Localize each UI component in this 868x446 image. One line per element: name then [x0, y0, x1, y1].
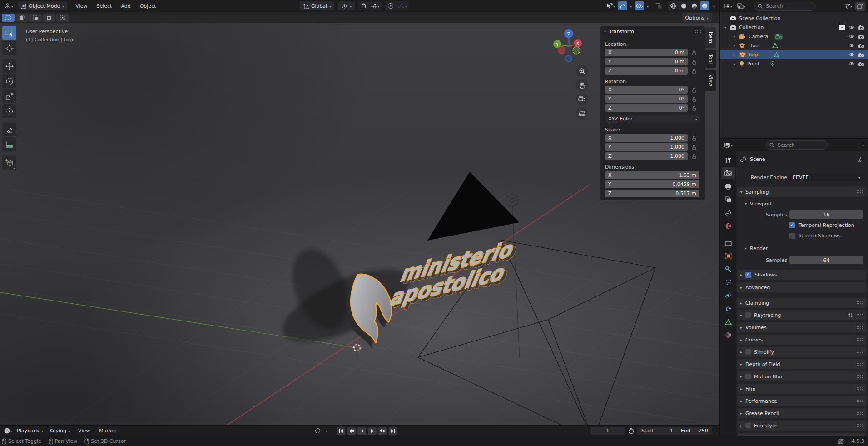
- pin-icon[interactable]: [857, 157, 863, 163]
- tool-move[interactable]: [2, 59, 16, 73]
- collection-expand-arrow[interactable]: ▾: [724, 25, 730, 30]
- tab-tool-props[interactable]: [721, 154, 735, 166]
- pan-button[interactable]: [576, 79, 588, 91]
- proportional-falloff-dropdown[interactable]: [396, 1, 408, 10]
- gizmo-x-neg[interactable]: [558, 46, 565, 54]
- tool-annotate[interactable]: [2, 122, 16, 136]
- tab-world[interactable]: [721, 220, 735, 232]
- panel-freestyle[interactable]: Freestyle: [737, 421, 866, 431]
- render-visibility-icon[interactable]: [858, 61, 864, 66]
- hide-eye-icon[interactable]: [848, 25, 855, 30]
- properties-editor-type-button[interactable]: [723, 140, 734, 150]
- tab-tool[interactable]: Tool: [705, 50, 716, 68]
- render-visibility-icon[interactable]: [858, 43, 864, 48]
- tool-cursor[interactable]: [2, 41, 16, 55]
- rotation-y-lock-icon[interactable]: [692, 96, 697, 102]
- scale-y-field[interactable]: Y1.000: [605, 143, 688, 151]
- transform-collapse-arrow[interactable]: [604, 30, 606, 34]
- mode-dropdown[interactable]: Object Mode: [17, 1, 67, 10]
- current-frame-field[interactable]: 1: [591, 427, 625, 435]
- shadows-checkbox[interactable]: [745, 272, 751, 278]
- play-button[interactable]: [368, 427, 377, 435]
- show-object-types-dropdown[interactable]: [604, 1, 616, 10]
- hide-eye-icon[interactable]: [848, 61, 855, 66]
- timeline-marker-menu[interactable]: Marker: [94, 428, 121, 434]
- timeline-view-menu[interactable]: View: [74, 428, 94, 434]
- rotation-x-lock-icon[interactable]: [692, 87, 697, 93]
- rotation-z-field[interactable]: Z0°: [605, 104, 688, 112]
- properties-search-input[interactable]: [777, 142, 824, 149]
- rotation-z-lock-icon[interactable]: [692, 105, 697, 111]
- hide-eye-icon[interactable]: [848, 43, 855, 48]
- simplify-checkbox[interactable]: [745, 349, 751, 355]
- select-mode-subtract-button[interactable]: [29, 14, 42, 22]
- outliner-row-scene-collection[interactable]: Scene Collection: [720, 14, 868, 23]
- dimensions-x-field[interactable]: X1.63 m: [605, 171, 699, 179]
- scale-x-field[interactable]: X1.000: [605, 134, 688, 142]
- subpanel-viewport[interactable]: Viewport: [742, 199, 866, 209]
- tool-rotate[interactable]: [2, 74, 16, 88]
- raytracing-presets-icon[interactable]: [848, 312, 853, 318]
- outliner-search-input[interactable]: [765, 3, 812, 10]
- outliner-row-floor[interactable]: ▸ Floor: [720, 41, 868, 50]
- camera-expand-arrow[interactable]: ▸: [734, 35, 739, 39]
- scale-z-field[interactable]: Z1.000: [605, 152, 688, 160]
- scale-x-lock-icon[interactable]: [692, 135, 697, 141]
- location-y-field[interactable]: Y0 m: [605, 58, 688, 65]
- menu-select[interactable]: Select: [92, 3, 116, 9]
- tool-add-cube[interactable]: [2, 155, 16, 170]
- tab-physics[interactable]: [721, 290, 735, 301]
- dimensions-z-field[interactable]: Z0.517 m: [605, 190, 699, 197]
- jittered-shadows-row[interactable]: Jittered Shadows: [789, 233, 840, 239]
- outliner-search[interactable]: [754, 2, 816, 11]
- gizmo-y-neg[interactable]: [573, 47, 580, 54]
- outliner-display-mode-button[interactable]: [735, 2, 747, 11]
- render-samples-field[interactable]: 64: [789, 256, 863, 264]
- editor-type-button[interactable]: [3, 1, 15, 10]
- raytracing-checkbox[interactable]: [745, 312, 751, 318]
- subpanel-render[interactable]: Render: [742, 243, 866, 253]
- gizmo-z-neg[interactable]: [565, 55, 572, 62]
- panel-depth-of-field[interactable]: Depth of Field: [737, 359, 866, 369]
- motion-blur-checkbox[interactable]: [745, 374, 751, 379]
- logo-expand-arrow[interactable]: ▸: [734, 53, 739, 57]
- tool-transform[interactable]: [2, 104, 16, 118]
- temporal-reprojection-row[interactable]: Temporal Reprojection: [789, 222, 854, 228]
- tab-object-data[interactable]: [721, 316, 735, 328]
- panel-performance[interactable]: Performance: [737, 396, 866, 406]
- properties-options-dropdown[interactable]: [861, 140, 865, 150]
- gizmos-toggle[interactable]: [618, 1, 627, 10]
- select-mode-invert-button[interactable]: [43, 14, 55, 22]
- pivot-point-dropdown[interactable]: [338, 1, 355, 10]
- location-y-lock-icon[interactable]: [692, 59, 697, 65]
- toggle-ortho-button[interactable]: [576, 107, 588, 120]
- area-divider-timeline[interactable]: [0, 425, 719, 426]
- menu-object[interactable]: Object: [135, 3, 161, 9]
- gizmos-dropdown[interactable]: [629, 1, 633, 10]
- viewport-samples-field[interactable]: 16: [789, 210, 863, 219]
- shading-wireframe-button[interactable]: [669, 1, 678, 10]
- previous-keyframe-button[interactable]: [347, 427, 356, 435]
- tab-output[interactable]: [721, 180, 735, 192]
- temporal-reprojection-checkbox[interactable]: [789, 222, 795, 228]
- auto-key-dropdown[interactable]: [324, 427, 329, 435]
- zoom-button[interactable]: [576, 65, 588, 77]
- tab-collection-props[interactable]: [721, 237, 735, 249]
- timeline-editor-type-button[interactable]: [2, 426, 14, 436]
- use-preview-range-button[interactable]: [627, 426, 635, 436]
- tab-view[interactable]: View: [705, 70, 716, 91]
- overlays-dropdown[interactable]: [645, 1, 650, 10]
- outliner-editor-type-button[interactable]: [722, 2, 734, 11]
- collection-checkbox[interactable]: [839, 25, 845, 30]
- new-collection-button[interactable]: [855, 2, 865, 11]
- rotation-x-field[interactable]: X0°: [605, 86, 688, 94]
- frame-start-field[interactable]: Start1: [638, 427, 677, 435]
- panel-simplify[interactable]: Simplify: [737, 347, 866, 357]
- navigation-gizmo[interactable]: Z Y X: [547, 25, 593, 67]
- panel-grease-pencil[interactable]: Grease Pencil: [737, 408, 866, 418]
- properties-search[interactable]: [766, 140, 828, 150]
- render-visibility-icon[interactable]: [858, 52, 864, 57]
- location-x-lock-icon[interactable]: [692, 50, 697, 55]
- tab-particles[interactable]: [721, 276, 735, 288]
- outliner-row-camera[interactable]: ▸ Camera: [720, 32, 868, 41]
